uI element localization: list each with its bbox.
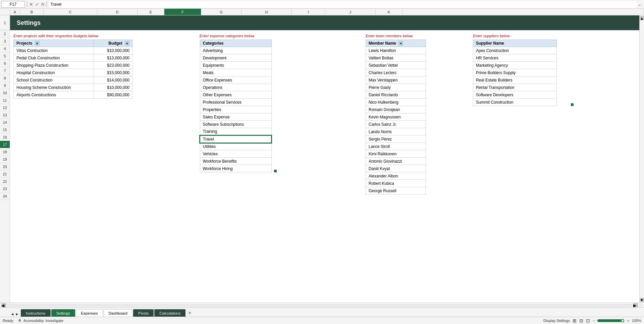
- categories-col-header[interactable]: Categories: [200, 40, 271, 47]
- scroll-options-icon[interactable]: ⋯: [639, 303, 643, 307]
- category-cell[interactable]: Equipments: [200, 62, 271, 69]
- category-cell[interactable]: Vehicles: [200, 150, 271, 158]
- member-name-cell[interactable]: Nico Hulkenberg: [366, 99, 426, 106]
- projects-row-6[interactable]: Airports Constructions$90,000,000: [14, 91, 132, 99]
- categories-row-0[interactable]: Advertising: [200, 47, 271, 54]
- col-header-H[interactable]: H: [241, 9, 292, 15]
- category-cell[interactable]: Operations: [200, 84, 271, 91]
- add-sheet-button[interactable]: +: [186, 309, 194, 317]
- categories-row-15[interactable]: Workforce Benefits: [200, 158, 271, 165]
- supplier-name-cell[interactable]: HR Services: [473, 54, 557, 62]
- projects-row-4[interactable]: School Construction$14,000,000: [14, 76, 132, 84]
- categories-row-11[interactable]: Training: [200, 128, 271, 136]
- project-budget-cell[interactable]: $90,000,000: [94, 91, 132, 99]
- tab-right-arrow[interactable]: ►: [15, 312, 19, 317]
- tab-pivots[interactable]: Pivots: [133, 309, 154, 317]
- member-row-3[interactable]: Charles Leclerc: [366, 69, 426, 76]
- member-row-10[interactable]: Carlos Sainz Jr.: [366, 121, 426, 128]
- project-name-cell[interactable]: Shopping Plaza Construction: [14, 62, 94, 69]
- category-cell[interactable]: Sales Expense: [200, 113, 271, 121]
- col-header-J[interactable]: J: [325, 9, 376, 15]
- member-row-5[interactable]: Pierre Gasly: [366, 84, 426, 91]
- categories-row-4[interactable]: Office Expenses: [200, 76, 271, 84]
- projects-filter-arrow[interactable]: ▼: [35, 41, 40, 46]
- col-header-K[interactable]: K: [376, 9, 402, 15]
- member-name-cell[interactable]: Kevin Magnussen: [366, 113, 426, 121]
- supplier-row-1[interactable]: HR Services: [473, 54, 557, 62]
- member-row-19[interactable]: George Russell: [366, 187, 426, 195]
- project-budget-cell[interactable]: $23,000,000: [94, 62, 132, 69]
- project-name-cell[interactable]: Pedal Club Construction: [14, 54, 94, 62]
- category-cell[interactable]: Properties: [200, 106, 271, 113]
- member-row-18[interactable]: Robert Kubica: [366, 180, 426, 187]
- category-cell[interactable]: Workforce Benefits: [200, 158, 271, 165]
- project-budget-cell[interactable]: $13,000,000: [94, 54, 132, 62]
- member-row-0[interactable]: Lewis Hamilton: [366, 47, 426, 54]
- member-row-13[interactable]: Lance Stroll: [366, 143, 426, 150]
- categories-row-5[interactable]: Operations: [200, 84, 271, 91]
- supplier-name-cell[interactable]: Marketing Agency: [473, 62, 557, 69]
- budget-col-header[interactable]: Budget ▼: [94, 40, 132, 47]
- tab-expenses[interactable]: Expenses: [76, 309, 103, 317]
- member-name-cell[interactable]: Pierre Gasly: [366, 84, 426, 91]
- member-row-15[interactable]: Antonio Giovinazzi: [366, 158, 426, 165]
- member-row-6[interactable]: Daniel Ricciardo: [366, 91, 426, 99]
- scroll-left-btn[interactable]: ◀: [1, 303, 6, 307]
- category-cell[interactable]: Other Expenses: [200, 91, 271, 99]
- project-budget-cell[interactable]: $10,000,000: [94, 47, 132, 54]
- supplier-name-cell[interactable]: Summit Construction: [473, 99, 557, 106]
- member-row-7[interactable]: Nico Hulkenberg: [366, 99, 426, 106]
- members-col-header[interactable]: Member Name ▼: [366, 40, 426, 47]
- col-header-B[interactable]: B: [20, 9, 44, 15]
- category-cell[interactable]: Office Expenses: [200, 76, 271, 84]
- category-cell[interactable]: Professional Services: [200, 99, 271, 106]
- categories-row-8[interactable]: Properties: [200, 106, 271, 113]
- categories-row-9[interactable]: Sales Expense: [200, 113, 271, 121]
- bottom-scrollbar[interactable]: ◀ ▶ ⋯: [0, 303, 644, 307]
- project-budget-cell[interactable]: $14,000,000: [94, 76, 132, 84]
- member-name-cell[interactable]: Carlos Sainz Jr.: [366, 121, 426, 128]
- category-cell[interactable]: Meals: [200, 69, 271, 76]
- col-header-D[interactable]: D: [97, 9, 138, 15]
- member-row-12[interactable]: Sergio Pérez: [366, 136, 426, 143]
- categories-row-3[interactable]: Meals: [200, 69, 271, 76]
- content-overlay[interactable]: Enter projects with their respective bud…: [13, 33, 639, 303]
- col-header-A[interactable]: A: [10, 9, 20, 15]
- status-accessibility[interactable]: Accessibility: Investigate: [17, 318, 63, 323]
- member-name-cell[interactable]: Sebastian Vettel: [366, 62, 426, 69]
- members-filter-arrow[interactable]: ▼: [398, 41, 403, 46]
- view-break-icon[interactable]: ⊡: [586, 318, 590, 323]
- supplier-name-cell[interactable]: Apex Construction: [473, 47, 557, 54]
- right-scrollbar[interactable]: ▲ ▼: [639, 15, 644, 303]
- projects-row-3[interactable]: Hospital Construction$15,000,000: [14, 69, 132, 76]
- supplier-name-cell[interactable]: Software Developers: [473, 91, 557, 99]
- categories-row-14[interactable]: Vehicles: [200, 150, 271, 158]
- tab-calculations[interactable]: Calculations: [154, 309, 185, 317]
- projects-col-header[interactable]: Projects ▼: [14, 40, 94, 47]
- project-name-cell[interactable]: Villas Contruction: [14, 47, 94, 54]
- category-cell[interactable]: Training: [200, 128, 271, 136]
- member-name-cell[interactable]: Lewis Hamilton: [366, 47, 426, 54]
- tab-left-arrow[interactable]: ◄: [10, 312, 15, 317]
- expand-formula-icon[interactable]: ⌄: [638, 2, 641, 7]
- cell-ref-input[interactable]: F17: [1, 1, 25, 8]
- category-cell[interactable]: Utilities: [200, 143, 271, 150]
- member-name-cell[interactable]: Romain Grosjean: [366, 106, 426, 113]
- member-row-14[interactable]: Kimi Raikkonen: [366, 150, 426, 158]
- member-name-cell[interactable]: Charles Leclerc: [366, 69, 426, 76]
- member-name-cell[interactable]: Daniel Ricciardo: [366, 91, 426, 99]
- project-name-cell[interactable]: Airports Constructions: [14, 91, 94, 99]
- category-cell[interactable]: Advertising: [200, 47, 271, 54]
- scroll-right-btn[interactable]: ▶: [633, 303, 638, 307]
- project-name-cell[interactable]: Housing Scheme Construction: [14, 84, 94, 91]
- member-name-cell[interactable]: Kimi Raikkonen: [366, 150, 426, 158]
- scroll-down-btn[interactable]: ▼: [640, 298, 644, 302]
- category-cell[interactable]: Travel: [200, 136, 271, 143]
- categories-row-10[interactable]: Software Subscriptions: [200, 121, 271, 128]
- categories-row-2[interactable]: Equipments: [200, 62, 271, 69]
- member-row-11[interactable]: Lando Norris: [366, 128, 426, 136]
- categories-row-6[interactable]: Other Expenses: [200, 91, 271, 99]
- member-name-cell[interactable]: Valtteri Bottas: [366, 54, 426, 62]
- display-settings-btn[interactable]: Display Settings: [543, 319, 570, 323]
- col-header-I[interactable]: I: [292, 9, 325, 15]
